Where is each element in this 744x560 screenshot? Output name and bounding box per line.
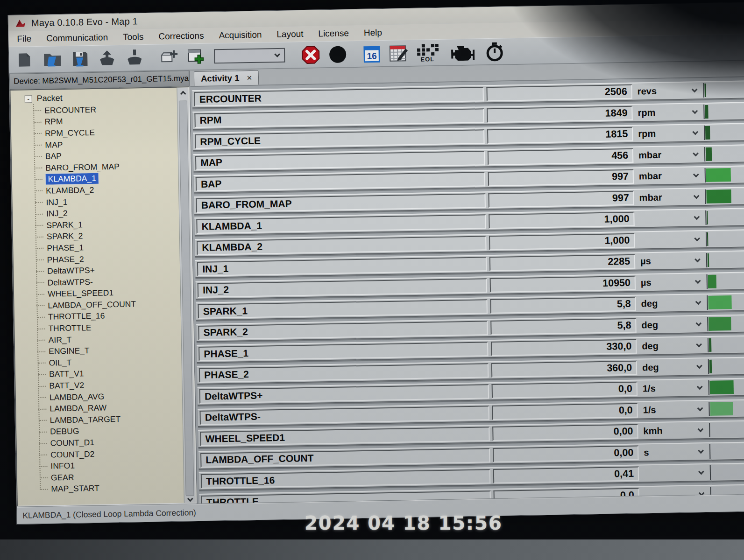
tree-item-label: SPARK_1 bbox=[46, 220, 83, 230]
channel-name[interactable]: RPM_CYCLE bbox=[195, 129, 484, 149]
channel-name[interactable]: DeltaWTPS- bbox=[200, 406, 489, 425]
unit-dropdown[interactable]: mbar bbox=[633, 146, 705, 164]
menu-item[interactable]: File bbox=[17, 34, 31, 44]
unit-dropdown[interactable] bbox=[634, 210, 706, 227]
channel-name[interactable]: INJ_1 bbox=[197, 257, 487, 276]
tree-guide-line bbox=[40, 489, 48, 490]
channel-name[interactable]: RPM bbox=[194, 108, 484, 128]
unit-label: rpm bbox=[638, 128, 656, 140]
record-icon[interactable] bbox=[328, 44, 348, 64]
close-icon[interactable]: × bbox=[247, 73, 252, 83]
chevron-down-icon bbox=[697, 384, 703, 390]
new-layout-icon[interactable] bbox=[159, 48, 179, 66]
channel-name[interactable]: SPARK_2 bbox=[198, 321, 488, 340]
channel-bar-gauge bbox=[705, 210, 744, 225]
stop-icon[interactable] bbox=[301, 45, 320, 64]
channel-name[interactable]: MAP bbox=[195, 151, 485, 170]
unit-dropdown[interactable]: revs bbox=[632, 82, 703, 100]
channel-name[interactable]: SPARK_1 bbox=[198, 299, 488, 319]
unit-dropdown[interactable]: µs bbox=[636, 273, 707, 291]
tree-item-label: ENGINE_T bbox=[49, 346, 90, 357]
channel-name[interactable]: DeltaWTPS+ bbox=[199, 384, 489, 404]
tree-item-label: INFO1 bbox=[50, 461, 75, 471]
profile-combobox[interactable] bbox=[214, 48, 285, 64]
menu-item[interactable]: Communication bbox=[46, 32, 108, 43]
menu-item[interactable]: License bbox=[318, 28, 349, 39]
channel-name[interactable]: KLAMBDA_2 bbox=[197, 236, 486, 255]
channel-name[interactable]: PHASE_1 bbox=[198, 342, 488, 361]
menu-item[interactable]: Acquisition bbox=[219, 29, 262, 41]
tree-item-label: INJ_1 bbox=[46, 197, 67, 207]
unit-label: 1/s bbox=[643, 404, 656, 415]
tree-item-label: KLAMBDA_1 bbox=[46, 173, 99, 185]
unit-dropdown[interactable]: rpm bbox=[633, 125, 704, 142]
tree-guide-line bbox=[35, 213, 43, 214]
channel-name[interactable]: PHASE_2 bbox=[199, 363, 489, 383]
tree-guide-line bbox=[33, 110, 41, 111]
tab-activity-1[interactable]: Activity 1 × bbox=[194, 70, 259, 86]
eol-icon[interactable]: EOL bbox=[416, 43, 439, 62]
chevron-down-icon bbox=[274, 51, 280, 57]
menu-item[interactable]: Layout bbox=[276, 29, 303, 40]
engine-diagnostics-icon[interactable] bbox=[450, 43, 475, 61]
download-from-device-icon[interactable] bbox=[125, 48, 145, 67]
edit-table-icon[interactable] bbox=[389, 44, 409, 63]
add-view-icon[interactable] bbox=[186, 47, 206, 66]
channel-bar-gauge bbox=[703, 82, 744, 98]
bar-fill bbox=[706, 147, 712, 161]
tree-item-label: INJ_2 bbox=[46, 209, 68, 219]
tree-item[interactable]: MAP_START bbox=[17, 481, 184, 496]
channel-name[interactable]: LAMBDA_OFF_COUNT bbox=[200, 448, 490, 468]
unit-dropdown[interactable]: deg bbox=[636, 294, 707, 312]
unit-dropdown[interactable] bbox=[639, 464, 710, 482]
tree-guide-line bbox=[39, 420, 47, 421]
menu-item[interactable]: Help bbox=[364, 28, 382, 38]
save-file-icon[interactable] bbox=[71, 49, 90, 69]
channel-name[interactable]: BARO_FROM_MAP bbox=[196, 193, 486, 213]
tree-guide-line bbox=[36, 294, 44, 295]
tree-guide-line bbox=[39, 432, 47, 433]
chevron-down-icon bbox=[696, 363, 702, 369]
channel-name[interactable]: BAP bbox=[196, 172, 485, 191]
channel-bar-gauge bbox=[707, 316, 744, 331]
unit-dropdown[interactable]: µs bbox=[635, 252, 707, 270]
tree-item-label: DeltaWTPS- bbox=[47, 277, 93, 288]
channel-name[interactable]: THROTTLE_16 bbox=[201, 469, 490, 489]
tree-item-label: ERCOUNTER bbox=[44, 105, 96, 116]
unit-dropdown[interactable]: s bbox=[638, 443, 710, 461]
channel-name[interactable]: ERCOUNTER bbox=[194, 87, 484, 106]
tree-root-label: Packet bbox=[37, 93, 63, 104]
channel-name[interactable]: KLAMBDA_1 bbox=[196, 214, 486, 234]
unit-dropdown[interactable] bbox=[635, 231, 706, 249]
new-file-icon[interactable] bbox=[15, 50, 35, 70]
unit-dropdown[interactable]: mbar bbox=[634, 167, 705, 185]
channel-bar-gauge bbox=[704, 146, 744, 161]
upload-to-device-icon[interactable] bbox=[97, 49, 117, 68]
tree-guide-line bbox=[34, 122, 42, 123]
tree-item-label: SPARK_2 bbox=[47, 231, 83, 242]
tree-item-label: RPM bbox=[44, 117, 63, 127]
chevron-down-icon bbox=[698, 469, 704, 475]
unit-dropdown[interactable]: rpm bbox=[632, 104, 704, 121]
unit-dropdown[interactable]: deg bbox=[637, 337, 708, 355]
unit-dropdown[interactable]: deg bbox=[637, 358, 709, 376]
channel-name[interactable]: INJ_2 bbox=[198, 278, 487, 298]
channel-bar-gauge bbox=[709, 379, 744, 395]
unit-dropdown[interactable]: 1/s bbox=[638, 400, 709, 418]
menu-item[interactable]: Tools bbox=[123, 31, 144, 42]
bar-fill bbox=[709, 338, 711, 352]
tree-guide-line bbox=[35, 190, 43, 191]
unit-dropdown[interactable]: mbar bbox=[634, 189, 705, 206]
timer-icon[interactable] bbox=[485, 42, 504, 62]
unit-dropdown[interactable]: 1/s bbox=[638, 379, 709, 397]
bar-fill bbox=[705, 105, 708, 118]
collapse-expander-icon[interactable]: - bbox=[25, 95, 32, 103]
menu-item[interactable]: Corrections bbox=[158, 30, 204, 42]
open-file-icon[interactable] bbox=[42, 50, 63, 69]
unit-dropdown[interactable]: deg bbox=[636, 316, 708, 334]
calendar-icon[interactable]: 16 bbox=[363, 44, 381, 63]
unit-dropdown[interactable]: kmh bbox=[638, 422, 709, 440]
chevron-down-icon bbox=[694, 214, 700, 220]
tree-item-label: MAP_START bbox=[51, 483, 99, 494]
channel-name[interactable]: WHEEL_SPEED1 bbox=[200, 427, 489, 446]
